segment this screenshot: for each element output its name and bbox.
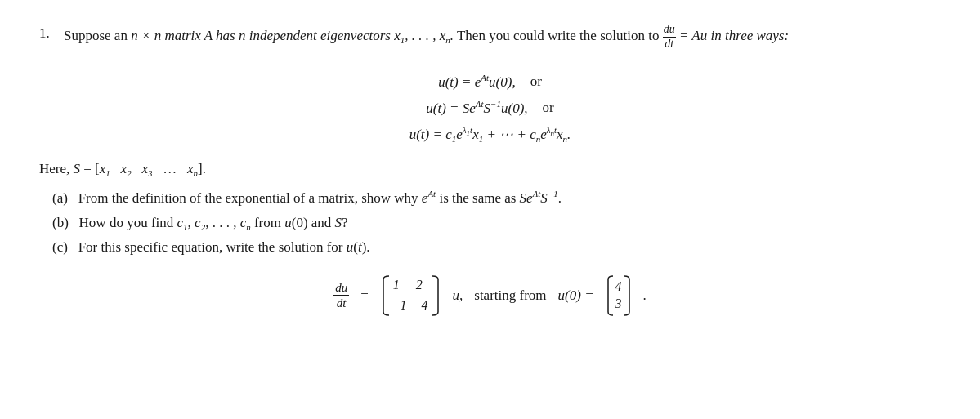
parts-block: (a) From the definition of the exponenti… xyxy=(39,187,941,258)
cell-11: 1 xyxy=(392,275,401,295)
n-symbol: n × n matrix A has n independent eigenve… xyxy=(131,28,454,43)
then-text: Then you could write the solution to xyxy=(457,28,663,43)
part-c-text: For this specific equation, write the so… xyxy=(78,239,370,255)
part-c: (c) For this specific equation, write th… xyxy=(39,237,941,258)
intro-text: Suppose an xyxy=(64,28,128,43)
matrix-row-2: −1 4 xyxy=(392,296,430,315)
final-equation-block: du dt = 1 2 −1 4 xyxy=(39,274,941,317)
matrix-row-1: 1 2 xyxy=(392,275,424,295)
part-b-text: How do you find c1, c2, . . . , cn from … xyxy=(79,215,348,230)
here-s-line: Here, S = [x1 x2 x3 … xn]. xyxy=(39,158,941,181)
problem-header: 1. Suppose an n × n matrix A has n indep… xyxy=(39,23,941,51)
equation-2: u(t) = SeΛtS−1u(0), or xyxy=(426,97,553,118)
coefficient-matrix: 1 2 −1 4 xyxy=(380,274,441,317)
eq1-or: or xyxy=(530,71,542,92)
eq2-formula: u(t) = SeΛtS−1u(0), xyxy=(426,97,527,118)
eq1-formula: u(t) = eAtu(0), xyxy=(438,71,515,92)
part-a-label: (a) xyxy=(52,190,74,206)
u-variable: u, xyxy=(453,285,463,306)
part-b: (b) How do you find c1, c2, . . . , cn f… xyxy=(39,212,941,234)
du-dt-frac: du dt xyxy=(333,280,349,310)
equals-au: = Au in three ways: xyxy=(679,28,789,43)
initial-condition-vector: 4 3 xyxy=(606,274,632,317)
problem-block: 1. Suppose an n × n matrix A has n indep… xyxy=(39,23,941,317)
starting-from-text: starting from xyxy=(474,285,546,306)
vec-cell-top: 4 xyxy=(615,279,622,296)
cell-12: 2 xyxy=(414,275,424,295)
equations-block: u(t) = eAtu(0), or u(t) = SeΛtS−1u(0), o… xyxy=(39,71,941,146)
eq2-or: or xyxy=(543,97,554,118)
vec-left-bracket xyxy=(606,274,615,317)
problem-intro: Suppose an n × n matrix A has n independ… xyxy=(64,23,789,51)
u0-equals: u(0) = xyxy=(558,285,594,306)
vector-cells: 4 3 xyxy=(615,279,622,314)
left-bracket-svg xyxy=(380,274,392,317)
right-bracket-svg xyxy=(430,274,441,317)
du-dt-inline: du dt xyxy=(663,28,679,43)
eq3-formula: u(t) = c1eλ1tx1 + ⋯ + cneλntxn. xyxy=(409,123,571,146)
cell-21: −1 xyxy=(392,296,407,315)
vec-cell-bot: 3 xyxy=(615,296,622,313)
problem-number: 1. xyxy=(39,23,64,44)
cell-22: 4 xyxy=(420,296,430,315)
equals-sign: = xyxy=(360,285,369,306)
equation-1: u(t) = eAtu(0), or xyxy=(438,71,542,92)
matrix-entries: 1 2 −1 4 xyxy=(392,275,430,315)
dt-denominator: dt xyxy=(335,296,348,310)
part-c-label: (c) xyxy=(52,239,74,255)
part-a: (a) From the definition of the exponenti… xyxy=(39,187,941,208)
du-numerator: du xyxy=(333,280,349,296)
final-period: . xyxy=(643,285,647,306)
equation-3: u(t) = c1eλ1tx1 + ⋯ + cneλntxn. xyxy=(409,123,571,146)
part-a-text: From the definition of the exponential o… xyxy=(78,190,562,206)
vec-right-bracket xyxy=(622,274,632,317)
part-b-label: (b) xyxy=(52,215,75,230)
